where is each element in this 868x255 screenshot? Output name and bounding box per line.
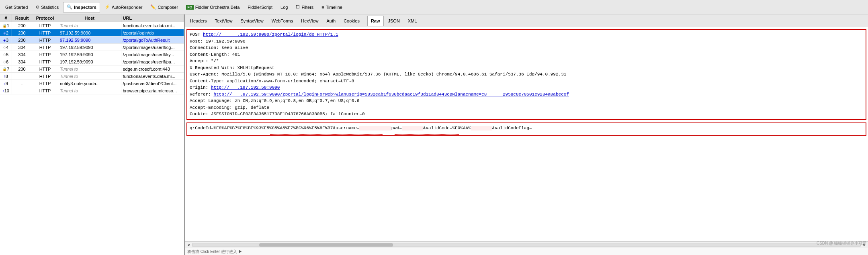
row-protocol: HTTP [32, 51, 58, 58]
row-protocol: HTTP [32, 58, 58, 65]
row-host: 197.192.59:9090 [58, 51, 121, 58]
tab-syntaxview[interactable]: SyntaxView [237, 16, 267, 26]
row-num: ↑9 [0, 80, 12, 87]
red-squiggles [190, 133, 863, 136]
row-url: browser.pipe.aria.microso... [121, 87, 184, 94]
header-xrequested: X-Requested-With: XMLHttpRequest [190, 65, 863, 71]
row-num: ◇6 [0, 58, 12, 65]
hint-text: 双击或 Click Enter 进行进入 ▶ [187, 249, 242, 255]
row-url: /zportal/goToAuthResult [121, 37, 184, 43]
header-accept-language: Accept-Language: zh-CN,zh;q=0.9,en;q=0.8… [190, 98, 863, 104]
inspectors-button[interactable]: 🔍 Inspectors [63, 2, 100, 12]
row-num: ◇4 [0, 44, 12, 51]
row-protocol: HTTP [32, 37, 58, 43]
row-url: functional.events.data.mi... [121, 73, 184, 80]
table-row[interactable]: ◇6 304 HTTP 197.192.59:9090 /zportal/ima… [0, 58, 184, 65]
row-url: edge.microsoft.com:443 [121, 65, 184, 72]
header-referer: Referer: http:// .97.192.59:9090/zportal… [190, 91, 863, 98]
row-status: 200 [12, 29, 32, 36]
col-header-url: URL [121, 14, 184, 22]
watermark: CSDN @ 嗡嗡锤锤你小可爱 [817, 241, 866, 246]
log-button[interactable]: Log [277, 2, 291, 12]
origin-link[interactable]: http:// .197.192.59:9090 [211, 85, 280, 90]
table-row[interactable]: ↑10 HTTP Tunnel to browser.pipe.aria.mic… [0, 87, 184, 94]
table-row[interactable]: ◈2 200 HTTP 97.192.59:9090 /zportal/logi… [0, 29, 184, 37]
table-row[interactable]: 🔒1 200 HTTP Tunnel to functional.events.… [0, 22, 184, 29]
top-toolbar: Get Started ⊙ Statistics 🔍 Inspectors ⚡ … [0, 0, 868, 14]
table-row[interactable]: ↑9 - HTTP notify3.note.youda... /pushser… [0, 80, 184, 87]
header-connection: Connection: keep-alive [190, 45, 863, 51]
header-origin: Origin: http:// .197.192.59:9090 [190, 84, 863, 91]
annotation-underlines [190, 132, 863, 134]
content-area[interactable]: POST http:// .192.59:9090/zportal/login/… [185, 27, 868, 241]
tab-auth[interactable]: Auth [323, 16, 340, 26]
diamond-outline-icon: ◇ [3, 45, 6, 49]
request-url-link[interactable]: http:// .192.59:9090/zportal/login/do HT… [203, 32, 338, 37]
header-content-length: Content-Length: 491 [190, 51, 863, 58]
row-host: notify3.note.youda... [58, 80, 121, 87]
format-raw[interactable]: Raw [367, 16, 384, 26]
row-host: Tunnel to [58, 73, 121, 80]
syntaxview-label: SyntaxView [240, 18, 263, 23]
scrollbar-track[interactable] [192, 243, 861, 247]
textview-label: TextView [215, 18, 233, 23]
headers-label: Headers [190, 18, 207, 23]
header-accept-encoding: Accept-Encoding: gzip, deflate [190, 104, 863, 111]
timeline-button[interactable]: ≡ Timeline [318, 2, 346, 12]
autoresponder-icon: ⚡ [104, 4, 110, 10]
composer-icon: ✏️ [150, 4, 156, 10]
format-xml[interactable]: XML [404, 16, 421, 26]
header-useragent: User-Agent: Mozilla/5.0 (Windows NT 10.0… [190, 71, 863, 78]
row-status: 200 [12, 37, 32, 43]
fiddlerscript-button[interactable]: FiddlerScript [244, 2, 276, 12]
tab-textview[interactable]: TextView [211, 16, 236, 26]
header-host: Host: 197.192.59:9090 [190, 38, 863, 45]
tab-webforms[interactable]: WebForms [268, 16, 297, 26]
row-protocol: HTTP [32, 29, 58, 36]
tab-headers[interactable]: Headers [186, 16, 211, 26]
row-num: ◈3 [0, 37, 12, 43]
autoresponder-button[interactable]: ⚡ AutoResponder [101, 2, 146, 12]
row-host: 97.192.59:9090 [58, 29, 121, 36]
filters-button[interactable]: ☐ Filters [292, 2, 317, 12]
tab-cookies[interactable]: Cookies [340, 16, 363, 26]
row-status: 304 [12, 58, 32, 65]
webforms-label: WebForms [272, 18, 293, 23]
row-host: 197.192.59:9090 [58, 44, 121, 51]
scrollbar-thumb[interactable] [259, 243, 393, 247]
table-row[interactable]: ↑8 HTTP Tunnel to functional.events.data… [0, 73, 184, 80]
table-row[interactable]: 🔒7 200 HTTP Tunnel to edge.microsoft.com… [0, 65, 184, 73]
post-data-text: qrCodeId=%E8%AF%B7%E8%BE%93%E5%85%A5%E7%… [190, 125, 863, 132]
row-protocol: HTTP [32, 80, 58, 87]
format-json[interactable]: JSON [385, 16, 403, 26]
row-url: functional.events.data.mi... [121, 22, 184, 29]
scroll-left-btn[interactable]: < [186, 243, 192, 247]
session-list[interactable]: 🔒1 200 HTTP Tunnel to functional.events.… [0, 22, 184, 255]
row-num: 🔒7 [0, 65, 12, 72]
fiddler-orchestra-button[interactable]: FO Fiddler Orchestra Beta [182, 2, 243, 12]
row-host: Tunnel to [58, 87, 121, 94]
hint-bar: 双击或 Click Enter 进行进入 ▶ [185, 248, 868, 255]
table-row[interactable]: ◇4 304 HTTP 197.192.59:9090 /zportal/ima… [0, 44, 184, 51]
table-row[interactable]: ◇5 304 HTTP 197.192.59:9090 /zportal/ima… [0, 51, 184, 58]
session-table-header: # Result Protocol Host URL [0, 14, 184, 22]
row-status: 304 [12, 44, 32, 51]
horizontal-scrollbar[interactable]: < > [185, 241, 868, 248]
diamond-icon: ◈ [3, 31, 6, 35]
row-url: /zportal/images/userIf/cg... [121, 44, 184, 51]
row-status: 304 [12, 51, 32, 58]
tab-hexview[interactable]: HexView [297, 16, 322, 26]
statistics-button[interactable]: ⊙ Statistics [32, 2, 62, 12]
right-pane: Headers TextView SyntaxView WebForms Hex… [185, 14, 868, 255]
table-row[interactable]: ◈3 200 HTTP 97.192.59:9090 /zportal/goTo… [0, 37, 184, 44]
composer-button[interactable]: ✏️ Composer [147, 2, 182, 12]
referer-link[interactable]: http:// .97.192.59:9090/zportal/loginFor… [213, 92, 569, 97]
auth-label: Auth [327, 18, 336, 23]
hexview-label: HexView [301, 18, 318, 23]
col-header-host: Host [58, 14, 121, 22]
get-started-button[interactable]: Get Started [2, 2, 31, 12]
diamond-outline-icon: ◇ [3, 60, 6, 64]
diamond-outline-icon: ◇ [3, 53, 6, 57]
row-host: 97.192.59:9090 [58, 37, 121, 43]
post-data-box: qrCodeId=%E8%AF%B7%E8%BE%93%E5%85%A5%E7%… [186, 122, 866, 137]
